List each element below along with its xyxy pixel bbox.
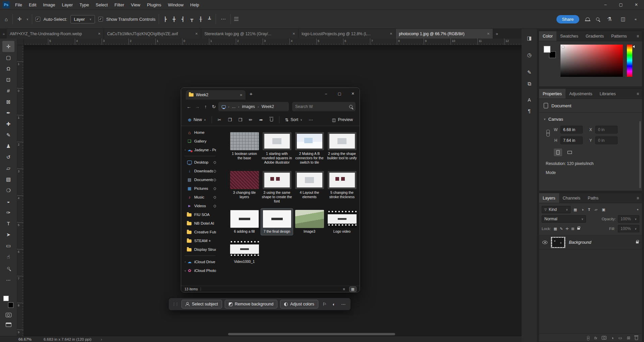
vertical-ruler[interactable]: 1 0 1 2 3 4 5 6 7 8 9	[17, 45, 24, 336]
close-icon[interactable]: ✕	[629, 0, 644, 10]
new-group-icon[interactable]: ▭	[619, 336, 622, 340]
menu-item[interactable]: Image	[40, 0, 58, 10]
tool-button[interactable]: ☝	[2, 251, 14, 262]
tool-button[interactable]: ❍	[2, 185, 14, 196]
panel-tab[interactable]: Patterns	[607, 31, 631, 41]
workspace-panels-icon[interactable]: ◫	[620, 16, 627, 22]
tab-close-icon[interactable]: ✕	[390, 32, 392, 36]
menu-item[interactable]: Edit	[25, 0, 40, 10]
link-layers-icon[interactable]	[587, 335, 590, 341]
tab-close-icon[interactable]: ✕	[292, 32, 295, 36]
canvas-width-input[interactable]	[560, 126, 583, 133]
sidebar-item[interactable]: Gallery	[182, 137, 217, 146]
align-icon[interactable]: ┳	[189, 16, 195, 22]
search-input[interactable]	[295, 104, 347, 109]
chevron-right-icon[interactable]: ›	[101, 337, 102, 341]
sort-button[interactable]: ⇅ Sort ∨	[282, 116, 305, 124]
details-view-icon[interactable]: ≡	[341, 287, 346, 291]
more-options-icon[interactable]: ⋯	[306, 117, 315, 122]
file-item[interactable]: 6 adding a fill	[228, 208, 261, 235]
chevron-down-icon[interactable]: ∨	[26, 18, 29, 21]
character-panel-icon[interactable]: A	[524, 96, 534, 104]
tool-button[interactable]: ↺	[2, 152, 14, 163]
commandbar-icon[interactable]: ✏	[246, 117, 255, 122]
flag-icon[interactable]: ⚐	[321, 302, 328, 307]
sidebar-item[interactable]: Creative Futures	[182, 228, 217, 236]
document-tab[interactable]: photocomp 1.jpg @ 66.7% (RGB/8#) ✕	[396, 29, 493, 39]
menu-item[interactable]: Plugins	[144, 0, 165, 10]
panel-scrollbar[interactable]	[639, 121, 641, 188]
menu-item[interactable]: Select	[92, 0, 111, 10]
paragraph-panel-icon[interactable]: ¶	[524, 107, 534, 115]
search-icon[interactable]	[596, 17, 599, 21]
tab-close-icon[interactable]: ✕	[487, 32, 490, 36]
close-icon[interactable]: ✕	[346, 88, 360, 100]
blend-mode-dropdown[interactable]: Normal ∨	[542, 215, 586, 223]
minimize-icon[interactable]: –	[319, 88, 333, 100]
sidebar-item[interactable]: STEAM +	[182, 236, 217, 245]
layer-thumbnail[interactable]	[551, 237, 566, 248]
foreground-color-swatch[interactable]	[544, 46, 550, 53]
file-item[interactable]: 3 using the same shape to create the fon…	[261, 169, 293, 205]
contrast-icon[interactable]: ◐	[331, 302, 337, 307]
panel-tab[interactable]: Paths	[584, 193, 602, 203]
share-button[interactable]: Share	[556, 15, 580, 23]
menu-item[interactable]: Type	[76, 0, 92, 10]
foreground-background-colors[interactable]	[2, 295, 14, 308]
drag-handle-icon[interactable]: ⋮⋮	[172, 302, 178, 306]
align-icon[interactable]: ╂	[198, 16, 203, 22]
visibility-eye-icon[interactable]	[542, 241, 547, 244]
foreground-color-swatch[interactable]	[3, 296, 9, 301]
sidebar-item[interactable]: Videos	[182, 202, 217, 210]
landscape-orientation-button[interactable]	[566, 149, 574, 156]
adjustment-layers-filter-icon[interactable]: ◑	[580, 208, 585, 212]
maximize-icon[interactable]: ▢	[613, 0, 629, 10]
panel-tab[interactable]: Swatches	[556, 31, 582, 41]
tool-button[interactable]: ✎	[2, 129, 14, 140]
quick-mask-icon[interactable]	[6, 313, 11, 317]
tool-button[interactable]: ▭	[2, 240, 14, 251]
clone-source-icon[interactable]: ⧉	[524, 80, 534, 88]
sidebar-item[interactable]: iCloud Drive	[182, 258, 217, 266]
adjustment-layer-icon[interactable]: ◑	[611, 336, 613, 340]
sidebar-item[interactable]: Display Structur...	[182, 245, 217, 254]
file-item[interactable]: Video1000_1	[228, 238, 261, 266]
expand-chevron-icon[interactable]	[183, 260, 187, 264]
tool-button[interactable]: ✒	[2, 107, 14, 118]
tool-button[interactable]: ♟	[2, 140, 14, 152]
history-icon[interactable]: ◷	[524, 51, 534, 59]
file-item[interactable]: 7 the final design	[261, 208, 293, 235]
portrait-orientation-button[interactable]	[554, 149, 562, 156]
kind-filter-dropdown[interactable]: ▽ Kind ∨	[542, 206, 571, 213]
document-tab[interactable]: AMY•XYZ_The-Undreading-Room.webp ✕	[7, 29, 104, 39]
canvas-x-input[interactable]	[595, 126, 618, 133]
new-layer-icon[interactable]: ⊞	[627, 336, 630, 340]
sidebar-item[interactable]: Desktop	[182, 158, 217, 167]
fill-input[interactable]: 100% ∨	[618, 225, 639, 232]
menu-item[interactable]: View	[127, 0, 144, 10]
tab-close-icon[interactable]: ✕	[240, 93, 243, 97]
sidebar-item[interactable]: Pictures	[182, 184, 217, 193]
file-item[interactable]: 1 starting with rounded squares in Adobe…	[261, 130, 293, 166]
tool-button[interactable]: ✛	[2, 41, 14, 52]
layer-row[interactable]: Background	[539, 235, 642, 249]
commandbar-icon[interactable]: ➦	[257, 117, 266, 122]
panel-tab[interactable]: Gradients	[582, 31, 607, 41]
menu-item[interactable]: Filter	[111, 0, 127, 10]
canvas-section-header[interactable]: ∨ Canvas	[539, 113, 642, 125]
taskbar-button[interactable]: Adjust colors	[280, 300, 318, 308]
canvas-y-input[interactable]	[595, 136, 618, 144]
workspace-panels-icon[interactable]: ◨	[524, 34, 534, 42]
hue-slider[interactable]	[627, 45, 632, 77]
file-item[interactable]: Logo video	[326, 208, 358, 235]
taskbar-button[interactable]: Select subject	[181, 300, 222, 308]
tab-close-icon[interactable]: ✕	[195, 32, 198, 36]
forward-icon[interactable]: →	[194, 104, 201, 109]
document-tab[interactable]: CaCuTb1MknJTqizKNQOIgIBqVZE.avif ✕	[104, 29, 201, 39]
tool-button[interactable]: ➤	[2, 229, 14, 240]
edit-toolbar-icon[interactable]: ⋯	[6, 277, 11, 283]
more-options-icon[interactable]: ⋯	[219, 16, 227, 22]
new-tab-icon[interactable]: +	[250, 91, 253, 97]
tab-scroll-icon[interactable]: »	[3, 32, 5, 36]
panel-tab[interactable]: Color	[539, 31, 556, 41]
